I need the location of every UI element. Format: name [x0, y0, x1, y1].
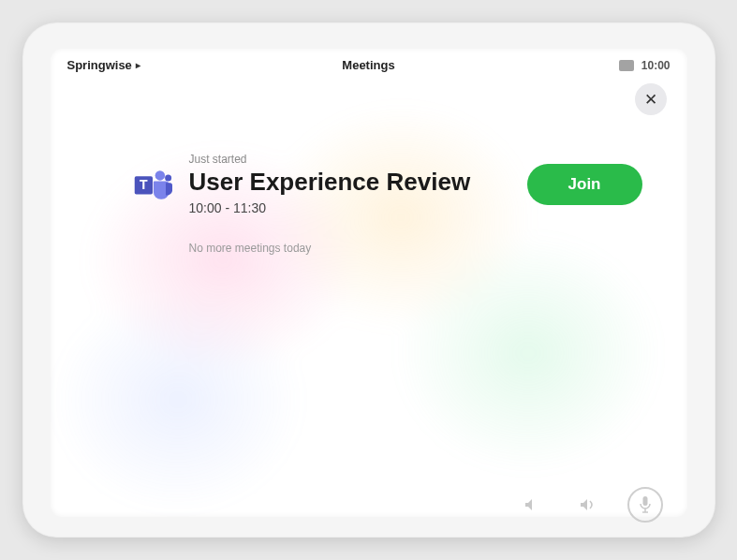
status-indicator-icon [619, 60, 634, 71]
device-frame: Springwise ▸ Meetings 10:00 ✕ T [22, 22, 715, 538]
page-title: Meetings [342, 58, 394, 72]
meeting-title: User Experience Review [189, 168, 510, 197]
meeting-status: Just started [189, 153, 510, 166]
clock-time: 10:00 [641, 59, 671, 72]
meeting-time-range: 10:00 - 11:30 [189, 200, 510, 215]
room-name: Springwise [67, 58, 132, 72]
status-area: 10:00 [619, 59, 671, 72]
svg-point-2 [155, 170, 165, 181]
close-button[interactable]: ✕ [635, 83, 667, 115]
svg-point-3 [165, 174, 171, 181]
screen: Springwise ▸ Meetings 10:00 ✕ T [51, 49, 687, 517]
chevron-right-icon: ▸ [136, 60, 140, 70]
room-selector[interactable]: Springwise ▸ [67, 58, 140, 72]
meeting-content: T Just started User Experience Review 10… [51, 115, 687, 517]
no-more-meetings-text: No more meetings today [189, 242, 642, 255]
meeting-row: T Just started User Experience Review 10… [133, 153, 642, 215]
join-button[interactable]: Join [527, 164, 642, 205]
svg-text:T: T [140, 177, 148, 192]
top-bar: Springwise ▸ Meetings 10:00 [51, 49, 687, 76]
close-icon: ✕ [644, 90, 657, 110]
teams-icon: T [133, 165, 172, 204]
meeting-text: Just started User Experience Review 10:0… [189, 153, 510, 215]
